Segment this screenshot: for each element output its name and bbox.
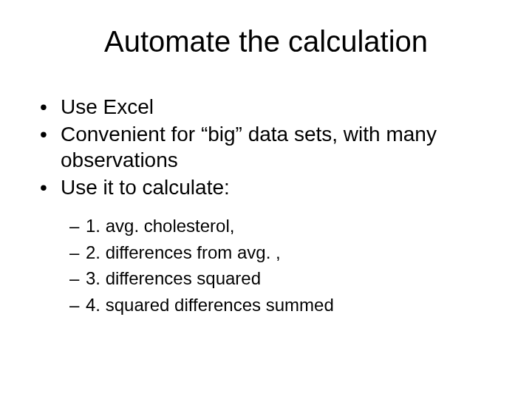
list-item: – 4. squared differences summed [69, 293, 502, 318]
sub-bullet-text: 2. differences from avg. , [86, 240, 502, 265]
bullet-text: Use it to calculate: [61, 174, 502, 200]
bullet-text: Use Excel [61, 94, 502, 120]
bullet-icon: • [40, 121, 61, 173]
list-item: – 3. differences squared [69, 266, 502, 291]
slide-title: Automate the calculation [30, 25, 502, 58]
list-item: • Use it to calculate: [40, 174, 502, 200]
dash-icon: – [69, 240, 86, 265]
dash-icon: – [69, 293, 86, 318]
sub-bullet-text: 4. squared differences summed [86, 293, 502, 318]
sub-bullet-text: 1. avg. cholesterol, [86, 214, 502, 239]
list-item: – 1. avg. cholesterol, [69, 214, 502, 239]
main-bullet-list: • Use Excel • Convenient for “big” data … [30, 94, 502, 200]
list-item: – 2. differences from avg. , [69, 240, 502, 265]
dash-icon: – [69, 214, 86, 239]
list-item: • Convenient for “big” data sets, with m… [40, 121, 502, 173]
bullet-icon: • [40, 94, 61, 120]
dash-icon: – [69, 266, 86, 291]
sub-bullet-text: 3. differences squared [86, 266, 502, 291]
list-item: • Use Excel [40, 94, 502, 120]
bullet-text: Convenient for “big” data sets, with man… [61, 121, 502, 173]
sub-bullet-list: – 1. avg. cholesterol, – 2. differences … [30, 214, 502, 317]
bullet-icon: • [40, 174, 61, 200]
